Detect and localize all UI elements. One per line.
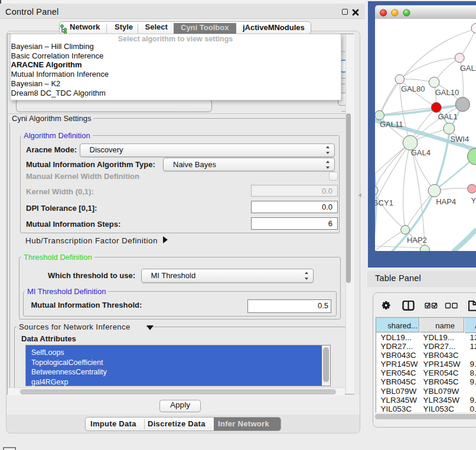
svg-text:SWI4: SWI4 (450, 134, 469, 143)
svg-text:GAL80: GAL80 (401, 84, 425, 93)
svg-text:GAL4: GAL4 (411, 148, 431, 156)
svg-text:GAL10: GAL10 (435, 88, 459, 97)
svg-text:GAL11: GAL11 (380, 120, 403, 129)
svg-text:GAL2: GAL2 (460, 63, 476, 72)
svg-text:HAP2: HAP2 (407, 236, 427, 244)
svg-text:GCY1: GCY1 (375, 198, 393, 207)
svg-text:Y: Y (471, 195, 476, 204)
svg-text:GAL1: GAL1 (438, 112, 457, 121)
svg-text:HAP4: HAP4 (436, 197, 456, 206)
